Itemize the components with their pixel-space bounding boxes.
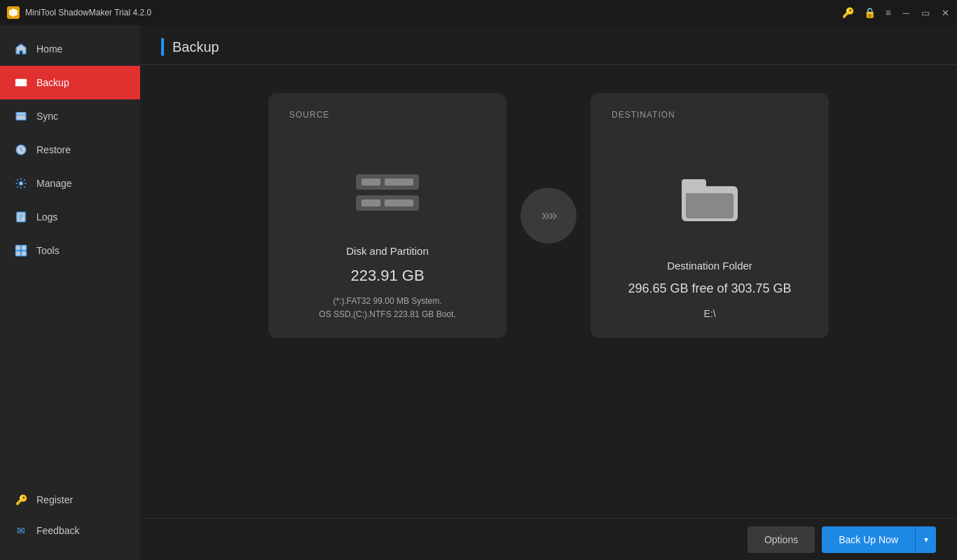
source-type: Disk and Partition [319, 245, 455, 257]
manage-icon [14, 176, 28, 190]
titlebar-controls: 🔑 🔒 ≡ ─ ▭ ✕ [842, 7, 950, 18]
svg-rect-16 [22, 251, 27, 256]
backup-now-dropdown[interactable]: ▾ [915, 526, 936, 553]
key-icon[interactable]: 🔑 [842, 7, 854, 18]
disk-icon [356, 174, 419, 211]
arrow-icon: »» [542, 206, 556, 225]
svg-marker-0 [9, 8, 18, 17]
folder-body [682, 186, 738, 221]
sidebar-item-logs[interactable]: Logs [0, 200, 140, 234]
logs-icon [14, 210, 28, 224]
destination-type: Destination Folder [628, 260, 791, 272]
source-detail: (*:).FAT32 99.00 MB System. OS SSD,(C:).… [319, 295, 455, 321]
sidebar-item-restore[interactable]: Restore [0, 133, 140, 167]
sidebar: Home Backup [0, 25, 140, 560]
destination-panel[interactable]: DESTINATION Destination Folder 296.65 GB… [591, 93, 829, 338]
sidebar-item-backup[interactable]: Backup [0, 66, 140, 99]
sync-icon [14, 109, 28, 123]
minimize-button[interactable]: ─ [901, 8, 911, 18]
destination-free: 296.65 GB free of 303.75 GB [628, 281, 791, 296]
sidebar-item-manage-label: Manage [36, 178, 72, 189]
backup-content: SOURCE Disk and Partition 223.91 GB (*:)… [140, 65, 957, 518]
sidebar-item-restore-label: Restore [36, 144, 71, 155]
header-accent [161, 38, 164, 56]
sidebar-bottom: 🔑 Register ✉ Feedback [0, 477, 140, 560]
sidebar-item-logs-label: Logs [36, 211, 57, 223]
restore-icon [14, 143, 28, 157]
home-icon [14, 42, 28, 56]
page-header: Backup [140, 25, 957, 65]
sidebar-nav: Home Backup [0, 25, 140, 477]
register-button[interactable]: 🔑 Register [0, 484, 140, 515]
backup-panels: SOURCE Disk and Partition 223.91 GB (*:)… [168, 93, 929, 338]
source-detail-line1: (*:).FAT32 99.00 MB System. [333, 296, 441, 306]
svg-point-8 [20, 182, 23, 186]
menu-icon[interactable]: ≡ [886, 7, 891, 18]
arrow-connector: »» [521, 188, 577, 244]
sidebar-item-home[interactable]: Home [0, 32, 140, 66]
disk-row-1 [356, 174, 419, 190]
chevron-down-icon: ▾ [924, 535, 928, 545]
page-title: Backup [172, 39, 219, 55]
destination-path: E:\ [628, 306, 791, 321]
backup-icon [14, 76, 28, 90]
source-label: SOURCE [289, 110, 329, 120]
source-panel[interactable]: SOURCE Disk and Partition 223.91 GB (*:)… [268, 93, 507, 338]
sidebar-item-sync[interactable]: Sync [0, 99, 140, 133]
main-layout: Home Backup [0, 25, 957, 560]
feedback-button[interactable]: ✉ Feedback [0, 515, 140, 546]
svg-point-4 [25, 84, 26, 85]
folder-inner [686, 193, 734, 218]
sidebar-item-sync-label: Sync [36, 111, 58, 122]
mail-icon: ✉ [14, 524, 28, 538]
disk-row-2 [356, 195, 419, 211]
titlebar: MiniTool ShadowMaker Trial 4.2.0 🔑 🔒 ≡ ─… [0, 0, 957, 25]
source-icon-area [356, 141, 419, 245]
destination-info: Destination Folder 296.65 GB free of 303… [628, 260, 791, 321]
lock-icon[interactable]: 🔒 [864, 7, 876, 18]
options-button[interactable]: Options [748, 526, 815, 553]
source-detail-line2: OS SSD,(C:).NTFS 223.81 GB Boot. [319, 309, 455, 319]
feedback-label: Feedback [36, 525, 79, 536]
svg-rect-15 [16, 251, 21, 256]
maximize-button[interactable]: ▭ [921, 8, 930, 18]
sidebar-item-tools[interactable]: Tools [0, 234, 140, 267]
source-info: Disk and Partition 223.91 GB (*:).FAT32 … [319, 245, 455, 321]
content-area: Backup SOURCE Disk and Partition 223.91 [140, 25, 957, 560]
register-label: Register [36, 494, 73, 505]
svg-rect-5 [16, 113, 26, 120]
backup-now-button[interactable]: Back Up Now [822, 526, 915, 553]
svg-rect-13 [16, 246, 21, 251]
sidebar-item-backup-label: Backup [36, 77, 69, 88]
backup-now-group: Back Up Now ▾ [822, 526, 936, 553]
key-register-icon: 🔑 [14, 493, 28, 507]
close-button[interactable]: ✕ [940, 8, 950, 18]
folder-icon [682, 179, 738, 221]
destination-label: DESTINATION [612, 110, 675, 120]
titlebar-left: MiniTool ShadowMaker Trial 4.2.0 [7, 6, 151, 19]
svg-point-3 [25, 80, 26, 82]
sidebar-item-manage[interactable]: Manage [0, 167, 140, 200]
source-size: 223.91 GB [319, 267, 455, 285]
sidebar-item-tools-label: Tools [36, 245, 60, 256]
svg-rect-14 [22, 246, 27, 251]
destination-icon-area [682, 141, 738, 260]
bottom-bar: Options Back Up Now ▾ [140, 518, 957, 560]
app-logo [7, 6, 20, 19]
sidebar-item-home-label: Home [36, 43, 62, 55]
tools-icon [14, 244, 28, 258]
titlebar-title: MiniTool ShadowMaker Trial 4.2.0 [25, 8, 151, 18]
